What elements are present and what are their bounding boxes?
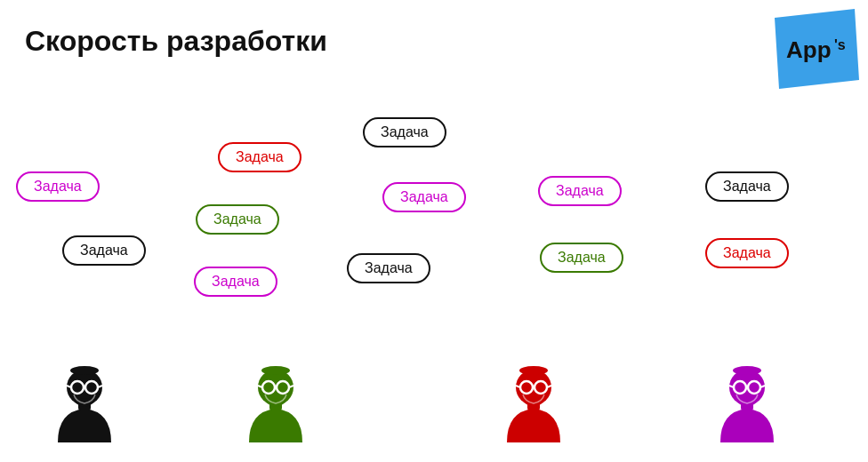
svg-text:'s: 's <box>834 37 846 52</box>
svg-point-26 <box>519 366 548 375</box>
task-badge-7: Задача <box>382 182 466 212</box>
developer-icon-2 <box>240 362 311 446</box>
task-badge-9: Задача <box>538 176 622 206</box>
task-badge-12: Задача <box>705 238 789 268</box>
task-badge-11: Задача <box>705 171 789 202</box>
task-badge-4: Задача <box>196 204 279 235</box>
developer-icon-3 <box>498 362 569 446</box>
svg-point-34 <box>733 366 761 375</box>
task-badge-3: Задача <box>218 142 301 172</box>
task-badge-6: Задача <box>363 117 446 147</box>
task-badge-8: Задача <box>347 253 430 283</box>
developer-icon-1 <box>49 362 120 446</box>
task-badge-2: Задача <box>62 235 146 266</box>
apps-logo: App 's <box>770 9 859 89</box>
svg-point-18 <box>261 366 290 375</box>
task-badge-1: Задача <box>16 171 100 202</box>
page-title: Скорость разработки <box>25 25 327 58</box>
developer-icon-4 <box>711 362 783 446</box>
svg-text:App: App <box>786 36 832 63</box>
task-badge-10: Задача <box>540 243 623 273</box>
svg-point-10 <box>70 366 99 375</box>
task-badge-5: Задача <box>194 267 277 297</box>
